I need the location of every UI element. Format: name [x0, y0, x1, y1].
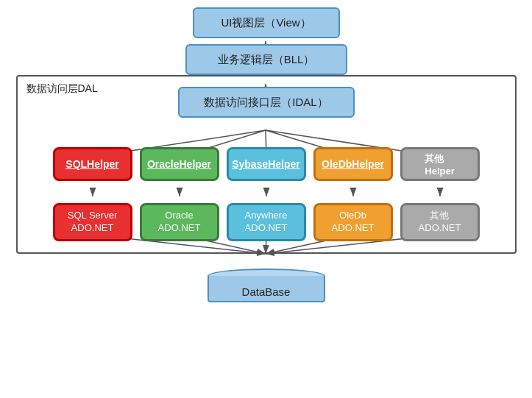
- oledb-ado-box: OleDbADO.NET: [313, 203, 393, 241]
- oracle-helper-label: OracleHelper: [147, 158, 211, 170]
- database-cylinder: DataBase: [208, 269, 325, 307]
- diagram: UI视图层（View） 业务逻辑层（BLL） 数据访问层DAL 数据访问接口层（…: [0, 0, 532, 398]
- view-label: UI视图层（View）: [221, 16, 311, 30]
- sql-ado-label: SQL ServerADO.NET: [68, 210, 117, 235]
- dal-container: 数据访问层DAL 数据访问接口层（IDAL） SQLHelper OracleH…: [16, 75, 517, 254]
- oledb-ado-label: OleDbADO.NET: [332, 210, 375, 235]
- sql-ado-box: SQL ServerADO.NET: [53, 203, 132, 241]
- database-wrap: DataBase: [208, 269, 325, 307]
- sybase-helper-label: SybaseHelper: [232, 158, 300, 170]
- other-helper-box: 其他Helper: [400, 147, 480, 181]
- bll-label: 业务逻辑层（BLL）: [218, 53, 315, 67]
- sql-helper-label: SQLHelper: [65, 158, 118, 170]
- idal-label: 数据访问接口层（IDAL）: [204, 96, 327, 110]
- idal-box: 数据访问接口层（IDAL）: [178, 87, 355, 118]
- cylinder-body: DataBase: [208, 276, 325, 302]
- dal-label: 数据访问层DAL: [26, 82, 98, 96]
- sybase-ado-label: AnywhereADO.NET: [245, 210, 288, 235]
- sql-helper-box: SQLHelper: [53, 147, 132, 181]
- oledb-helper-box: OleDbHelper: [313, 147, 393, 181]
- ado-row: SQL ServerADO.NET OracleADO.NET Anywhere…: [53, 203, 480, 241]
- oracle-ado-label: OracleADO.NET: [158, 210, 201, 235]
- oracle-ado-box: OracleADO.NET: [140, 203, 219, 241]
- other-helper-label: 其他Helper: [425, 152, 454, 177]
- sybase-ado-box: AnywhereADO.NET: [227, 203, 306, 241]
- bll-box: 业务逻辑层（BLL）: [185, 44, 347, 75]
- sybase-helper-box: SybaseHelper: [227, 147, 306, 181]
- oledb-helper-label: OleDbHelper: [322, 158, 384, 170]
- view-box: UI视图层（View）: [193, 7, 340, 38]
- other-ado-label: 其他ADO.NET: [419, 210, 461, 235]
- other-ado-box: 其他ADO.NET: [400, 203, 480, 241]
- helpers-row: SQLHelper OracleHelper SybaseHelper OleD…: [53, 147, 480, 181]
- oracle-helper-box: OracleHelper: [140, 147, 219, 181]
- database-label: DataBase: [242, 285, 291, 298]
